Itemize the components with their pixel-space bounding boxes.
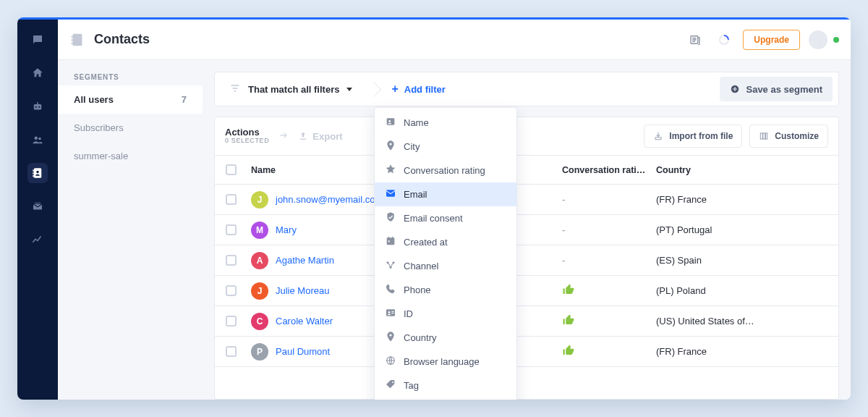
home-icon [31,67,44,80]
filter-option[interactable]: ID [375,302,516,326]
columns-icon [759,131,769,141]
contact-name-link[interactable]: Julie Moreau [276,285,329,296]
filter-bar: That match all filters + Add filter Save… [214,72,839,106]
nav-campaigns[interactable] [27,196,48,216]
filter-option[interactable]: Country [375,326,516,350]
row-checkbox[interactable] [215,255,247,266]
filter-option[interactable]: Email [375,182,516,206]
table-row[interactable]: AAgathe MartinUnsubscribed-(ES) Spain- [215,245,838,276]
svg-rect-15 [72,42,73,44]
filter-option[interactable]: Name [375,111,516,135]
filter-option[interactable]: Phone [375,278,516,302]
table-row[interactable]: PPaul DumontSubscribed(FR) France- [215,337,838,367]
filter-option[interactable]: Conversation rating [375,159,516,182]
filter-option[interactable]: City [375,135,516,159]
thumbs-up-icon [562,313,575,329]
row-checkbox[interactable] [215,316,247,327]
row-checkbox[interactable] [215,194,247,205]
cell-country: (ES) Spain [652,255,760,266]
filter-option-label: Browser language [404,356,480,367]
row-checkbox[interactable] [215,285,247,296]
svg-rect-36 [655,138,661,140]
save-segment-button[interactable]: Save as segment [720,77,833,101]
segment-item[interactable]: summer-sale [58,142,203,170]
svg-point-1 [35,106,37,108]
segment-item[interactable]: Subscribers [58,114,203,142]
table-row[interactable]: Jjohn.snow@myemail.com--(FR) France- [215,185,838,215]
rating-empty: - [562,224,565,235]
svg-rect-31 [391,311,393,312]
filter-option[interactable]: Created at [375,230,516,254]
svg-point-33 [389,334,391,336]
contact-avatar: J [251,191,268,208]
svg-point-4 [38,138,41,140]
import-from-file-button[interactable]: Import from file [644,125,742,148]
nav-chat[interactable] [27,30,48,50]
segment-item-label: summer-sale [74,151,128,161]
filter-option[interactable]: Channel [375,254,516,278]
svg-rect-13 [72,35,73,38]
contact-name-link[interactable]: Agathe Martin [276,255,334,266]
svg-rect-0 [34,104,42,110]
add-filter-label: Add filter [404,84,446,95]
cell-country: (FR) France [652,346,760,357]
add-filter-button[interactable]: + Add filter [386,72,451,106]
svg-point-9 [36,171,38,173]
filter-option[interactable]: Campaign status [375,397,516,400]
contact-avatar: J [251,282,268,300]
svg-rect-25 [388,240,390,242]
table-header: Name Email consent Conversation rating C… [215,156,838,185]
contact-avatar: M [251,222,268,239]
filter-option[interactable]: Email consent [375,206,516,230]
upgrade-button[interactable]: Upgrade [743,30,800,50]
people-icon [31,133,44,146]
filter-option-label: Created at [404,237,448,248]
match-mode-label: That match all filters [248,84,339,95]
page-header: Contacts Upgrade [58,20,851,60]
segment-item-label: Subscribers [74,122,124,133]
account-menu[interactable] [809,30,839,49]
filter-option[interactable]: Tag [375,374,516,397]
channel-icon [385,259,396,273]
contact-name-link[interactable]: Carole Walter [276,316,333,327]
column-header-rating[interactable]: Conversation rating [558,165,652,175]
contact-name-link[interactable]: Paul Dumont [276,346,330,357]
nav-home[interactable] [27,63,48,83]
match-mode-dropdown[interactable]: That match all filters [221,72,361,106]
usage-meter-button[interactable] [714,30,734,50]
filter-option[interactable]: Browser language [375,350,516,374]
table-row[interactable]: CCarole WalterUnsubscribed(US) United St… [215,306,838,337]
select-all-checkbox[interactable] [215,164,247,175]
tag-icon [385,379,396,392]
row-checkbox[interactable] [215,224,247,235]
contact-name-link[interactable]: Mary [276,224,297,235]
filter-option-label: Name [404,117,429,128]
nav-bot[interactable] [27,96,48,117]
filter-option-label: Phone [404,285,431,295]
svg-rect-32 [391,313,393,313]
cell-country: (US) United States of America [652,316,760,327]
globe-icon [385,355,396,368]
row-checkbox[interactable] [215,346,247,357]
export-button[interactable]: Export [298,131,342,142]
customize-columns-button[interactable]: Customize [749,125,828,148]
pin-icon [385,331,396,345]
table-row[interactable]: MMaryUnsubscribed-(PT) Portugal- [215,215,838,245]
segments-panel: SEGMENTS All users7Subscriberssummer-sal… [58,60,203,400]
plus-icon: + [391,83,398,95]
table-row[interactable]: JJulie MoreauSubscribed(PL) Poland- [215,276,838,306]
filter-option-label: Tag [404,380,419,391]
arrow-right-icon [278,130,289,143]
whats-new-button[interactable] [685,30,705,50]
filter-option-label: City [404,141,420,152]
segment-item[interactable]: All users7 [58,85,203,114]
nav-people[interactable] [27,130,48,150]
column-header-country[interactable]: Country [652,165,760,175]
chevron-down-icon [346,88,352,91]
nav-contacts[interactable] [27,163,48,183]
svg-rect-39 [766,133,767,139]
progress-ring-icon [718,33,731,46]
actions-bar: Actions 0 SELECTED Export [214,117,839,156]
contact-name-link[interactable]: john.snow@myemail.com [276,194,383,205]
nav-analytics[interactable] [27,229,48,250]
